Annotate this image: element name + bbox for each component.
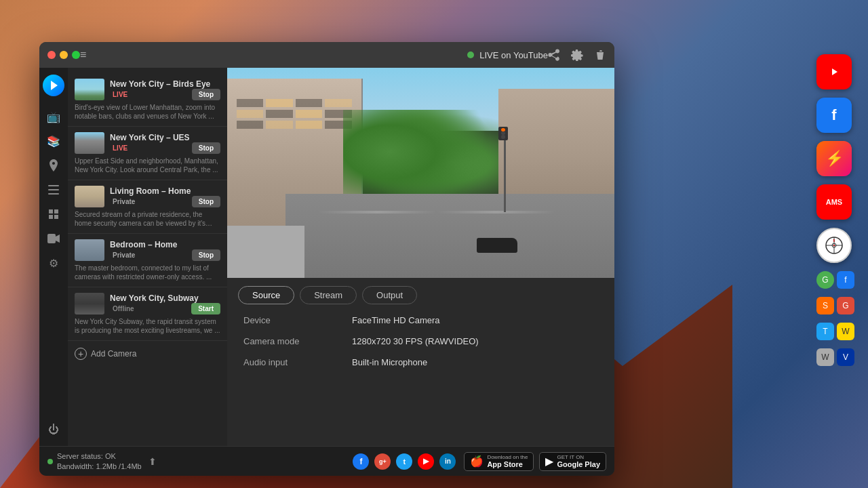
dock-facebook[interactable]: f (816, 98, 852, 133)
apple-icon: 🍎 (470, 455, 484, 468)
device-label: Device (243, 315, 352, 325)
social-linkedin[interactable]: in (439, 453, 456, 470)
appstore-name: App Store (487, 460, 528, 468)
status-badge: LIVE (110, 90, 130, 99)
video-preview (227, 68, 614, 278)
mini-icon-fb[interactable]: f (837, 271, 854, 289)
camera-list: New York City – Birds Eye LIVE Stop Bird… (68, 68, 227, 446)
mini-icon-s[interactable]: S (816, 297, 834, 314)
camera-description: The master bedroom, connected to my list… (75, 264, 220, 281)
audio-input-value: Built-in Microphone (352, 357, 427, 367)
social-twitter[interactable]: t (396, 453, 412, 470)
status-line1: Server status: OK (57, 451, 142, 461)
googleplay-badge[interactable]: ▶ GET IT ON Google Play (539, 452, 606, 471)
svg-text:5: 5 (833, 239, 835, 243)
camera-item-header: New York City, Subway Offline Start (75, 293, 220, 314)
delete-button[interactable] (594, 49, 606, 61)
svg-rect-15 (54, 209, 58, 214)
appstore-sub: Download on the (487, 454, 528, 460)
social-googleplus[interactable]: g+ (374, 453, 391, 470)
sidebar-icon-power[interactable]: ⏻ (44, 420, 63, 439)
add-camera-label: Add Camera (91, 349, 136, 359)
social-youtube[interactable]: ▶ (418, 453, 434, 470)
camera-item-header: New York City – Birds Eye LIVE Stop (75, 79, 220, 100)
share-button[interactable] (548, 49, 560, 61)
upload-icon: ⬆ (149, 456, 157, 467)
appstore-badge[interactable]: 🍎 Download on the App Store (464, 452, 534, 471)
minimize-button[interactable] (60, 51, 68, 59)
mini-icon-y[interactable]: W (837, 323, 854, 340)
camera-status-row: Offline Start (110, 303, 220, 314)
stop-camera-button[interactable]: Stop (192, 196, 220, 207)
camera-name: Bedroom – Home (110, 240, 220, 249)
dock-ams[interactable]: AMS (816, 184, 852, 220)
start-camera-button[interactable]: Start (191, 303, 220, 314)
tab-stream[interactable]: Stream (300, 286, 357, 304)
title-center: ≡ LIVE on YouTube (80, 49, 548, 61)
sidebar-icon-video[interactable] (44, 229, 63, 248)
mini-icon-w[interactable]: W (816, 348, 834, 366)
camera-item[interactable]: Living Room – Home Private Stop Secured … (68, 180, 227, 234)
dock-youtube[interactable] (816, 54, 852, 89)
status-badge: Private (110, 251, 138, 260)
server-status: Server status: OK Bandwidth: 1.2Mb /1.4M… (47, 451, 157, 471)
stop-camera-button[interactable]: Stop (192, 142, 220, 154)
mini-icons-row3: T W (816, 323, 854, 340)
camera-status-row: LIVE Stop (110, 89, 220, 100)
sidebar-icon-location[interactable] (44, 156, 63, 175)
camera-name: New York City – UES (110, 133, 220, 142)
sidebar-icon-grid[interactable] (44, 205, 63, 224)
social-facebook[interactable]: f (353, 453, 369, 470)
stop-camera-button[interactable]: Stop (192, 249, 220, 261)
camera-item[interactable]: New York City, Subway Offline Start New … (68, 287, 227, 341)
camera-status-row: Private Stop (110, 196, 220, 207)
camera-info: New York City – UES LIVE Stop (110, 133, 220, 154)
svg-rect-8 (598, 54, 599, 58)
left-sidebar: 📺 📚 (39, 68, 68, 446)
camera-item[interactable]: New York City – UES LIVE Stop Upper East… (68, 127, 227, 180)
tab-source[interactable]: Source (238, 286, 294, 304)
camera-mode-value: 868x488 30 FPS (RAWVIDEO) (352, 336, 479, 346)
svg-rect-9 (601, 54, 603, 58)
close-button[interactable] (47, 51, 56, 59)
dock-lightning[interactable]: ⚡ (816, 141, 852, 176)
dock-sniper[interactable]: 5 (816, 228, 852, 263)
camera-thumbnail (75, 239, 104, 261)
sidebar-icon-library[interactable]: 📚 (44, 131, 63, 150)
sidebar-icon-list[interactable] (44, 180, 63, 199)
camera-description: Upper East Side and neighborhood, Manhat… (75, 157, 220, 174)
device-value: FaceTime HD Camera (352, 315, 440, 325)
add-camera-button[interactable]: + Add Camera (68, 341, 227, 367)
mini-icon-t[interactable]: T (816, 323, 834, 340)
device-row: Device FaceTime HD Camera (243, 315, 598, 325)
settings-button[interactable] (571, 49, 583, 61)
mini-icon-g2[interactable]: G (837, 297, 854, 314)
camera-item[interactable]: New York City – Birds Eye LIVE Stop Bird… (68, 73, 227, 127)
camera-info: New York City – Birds Eye LIVE Stop (110, 79, 220, 100)
status-badge: Offline (110, 304, 137, 313)
googleplay-sub: GET IT ON (557, 454, 600, 460)
googleplay-icon: ▶ (545, 455, 553, 468)
tab-output[interactable]: Output (362, 286, 417, 304)
camera-thumbnail (75, 79, 104, 100)
street-scene (227, 68, 614, 278)
sidebar-icon-channels[interactable]: 📺 (44, 107, 63, 126)
maximize-button[interactable] (72, 51, 80, 59)
app-window: ≡ LIVE on YouTube (39, 42, 614, 476)
svg-rect-17 (54, 215, 58, 219)
sidebar-icon-settings[interactable]: ⚙ (44, 253, 63, 272)
googleplay-name: Google Play (557, 460, 600, 468)
mini-icon-v[interactable]: V (837, 348, 854, 366)
status-line2: Bandwidth: 1.2Mb /1.4Mb (57, 462, 142, 471)
menu-icon[interactable]: ≡ (80, 49, 86, 61)
controls-panel: Source Stream Output Device FaceTime HD … (227, 278, 614, 446)
mini-icons-row4: W V (816, 348, 854, 366)
status-badge: LIVE (110, 144, 130, 152)
svg-rect-11 (48, 185, 59, 186)
stop-camera-button[interactable]: Stop (192, 89, 220, 100)
svg-rect-12 (48, 189, 59, 190)
camera-item[interactable]: Bedroom – Home Private Stop The master b… (68, 234, 227, 287)
app-logo[interactable] (43, 75, 64, 96)
mini-icon-g[interactable]: G (816, 271, 834, 289)
camera-info: Living Room – Home Private Stop (110, 186, 220, 207)
